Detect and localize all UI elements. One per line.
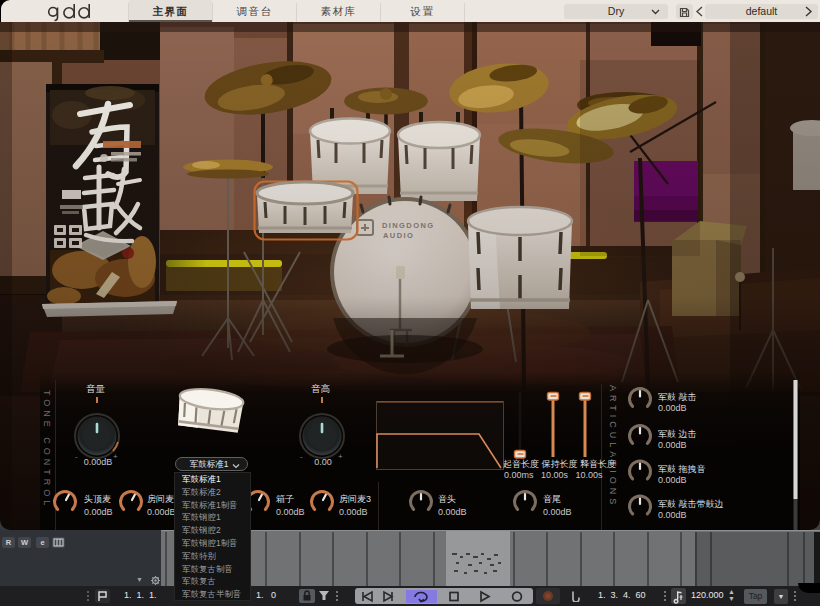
svg-text:-: - — [300, 452, 303, 461]
svg-text:-: - — [75, 452, 78, 461]
